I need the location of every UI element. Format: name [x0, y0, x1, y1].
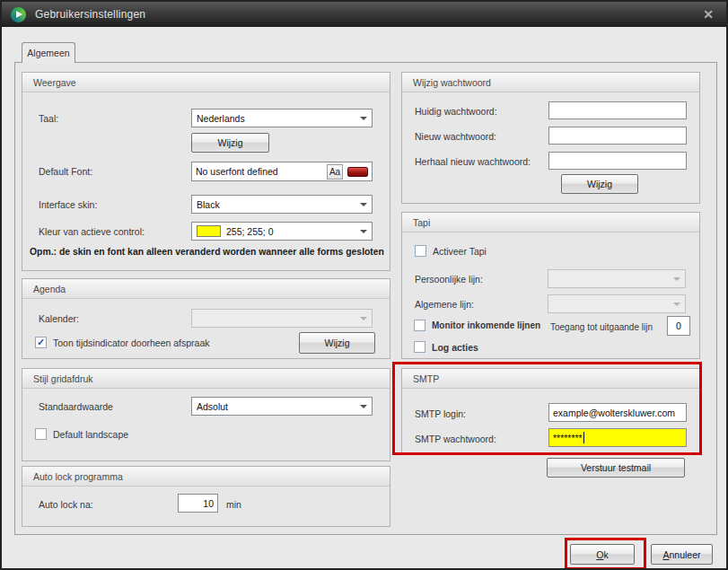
log-acties-label: Log acties: [432, 342, 478, 353]
kleur-actieve-control-label: Kleur van actieve control:: [39, 226, 145, 237]
group-stijl-gridafdruk: Stijl gridafdruk Standaardwaarde Adsolut…: [22, 368, 390, 461]
default-landscape-checkbox[interactable]: [35, 428, 47, 440]
chevron-down-icon: [673, 277, 680, 281]
group-tapi-header: Tapi: [402, 213, 699, 232]
standaardwaarde-label: Standaardwaarde: [39, 401, 113, 412]
ok-button[interactable]: Ok: [570, 544, 635, 565]
text-cursor: [583, 432, 584, 443]
herhaal-wachtwoord-label: Herhaal nieuw wachtwoord:: [415, 156, 531, 167]
interface-skin-dropdown[interactable]: Black: [191, 195, 373, 214]
persoonlijke-lijn-dropdown: [548, 269, 686, 288]
chevron-down-icon: [360, 230, 367, 233]
group-weergave: Weergave Taal: Nederlands Wijzig Default…: [22, 72, 390, 271]
default-font-field[interactable]: No userfont defined Aa: [191, 162, 373, 181]
annuleer-button-label: Annuleer: [662, 549, 700, 560]
auto-lock-na-label: Auto lock na:: [39, 499, 93, 510]
group-auto-lock-title: Auto lock programma: [33, 471, 123, 482]
group-agenda-title: Agenda: [33, 284, 66, 294]
auto-lock-minutes-input[interactable]: 10: [178, 494, 218, 513]
taal-label: Taal:: [39, 113, 58, 124]
activeer-tapi-checkbox[interactable]: [415, 245, 426, 257]
smtp-wachtwoord-value: ********: [553, 433, 583, 443]
taal-wijzig-button-label: Wijzig: [218, 137, 243, 148]
verstuur-testmail-button[interactable]: Verstuur testmail: [547, 458, 685, 478]
smtp-wachtwoord-input[interactable]: ********: [548, 428, 687, 447]
chevron-down-icon: [673, 303, 680, 306]
monitor-lijnen-row: Monitor inkomende lijnen: [414, 320, 540, 331]
agenda-wijzig-button[interactable]: Wijzig: [299, 332, 375, 354]
log-acties-row: Log acties: [414, 341, 478, 353]
standaardwaarde-dropdown[interactable]: Adsolut: [191, 397, 373, 416]
interface-skin-label: Interface skin:: [39, 199, 97, 210]
default-font-value: No userfont defined: [196, 166, 327, 177]
group-weergave-header: Weergave: [22, 73, 390, 92]
tijdsindicator-checkbox[interactable]: [35, 337, 47, 348]
nieuw-wachtwoord-input[interactable]: [548, 127, 687, 145]
taal-wijzig-button[interactable]: Wijzig: [191, 133, 269, 153]
font-clear-icon[interactable]: [347, 167, 368, 177]
group-agenda: Agenda Kalender: Toon tijdsindicator doo…: [22, 278, 390, 359]
group-stijl-header: Stijl gridafdruk: [22, 369, 390, 389]
interface-skin-value: Black: [197, 199, 356, 210]
smtp-login-label: SMTP login:: [415, 408, 466, 419]
group-agenda-header: Agenda: [22, 279, 390, 299]
font-picker-button[interactable]: Aa: [327, 164, 343, 180]
ok-button-label: Ok: [596, 549, 608, 560]
title-bar: Gebruikersinstellingen ✕: [2, 2, 726, 27]
wachtwoord-wijzig-button[interactable]: Wijzig: [561, 174, 638, 194]
chevron-down-icon: [360, 117, 367, 120]
close-icon[interactable]: ✕: [699, 7, 717, 22]
group-tapi-title: Tapi: [413, 217, 430, 228]
activeer-tapi-row: Activeer Tapi: [415, 245, 487, 257]
taal-dropdown[interactable]: Nederlands: [191, 109, 373, 127]
app-logo-icon: [11, 7, 26, 22]
group-smtp-header: SMTP: [402, 369, 699, 389]
smtp-login-input[interactable]: example@wolterskluwer.com: [548, 403, 687, 422]
tijdsindicator-row: Toon tijdsindicator doorheen afspraak: [35, 337, 210, 348]
kleur-actieve-control-value: 255; 255; 0: [226, 226, 356, 237]
group-weergave-title: Weergave: [33, 77, 76, 88]
group-auto-lock-header: Auto lock programma: [22, 467, 390, 487]
tab-algemeen-label: Algemeen: [27, 48, 69, 58]
group-auto-lock: Auto lock programma Auto lock na: 10 min: [22, 466, 390, 527]
algemene-lijn-label: Algemene lijn:: [415, 299, 474, 310]
color-swatch: [197, 225, 221, 237]
tijdsindicator-label: Toon tijdsindicator doorheen afspraak: [53, 338, 210, 348]
auto-lock-minutes-value: 10: [203, 498, 214, 509]
window-title: Gebruikersinstellingen: [35, 8, 145, 21]
nieuw-wachtwoord-label: Nieuw wachtwoord:: [415, 131, 496, 142]
annuleer-button[interactable]: Annuleer: [651, 544, 713, 565]
kleur-actieve-control-dropdown[interactable]: 255; 255; 0: [191, 222, 373, 241]
group-smtp: SMTP SMTP login: example@wolterskluwer.c…: [401, 368, 700, 455]
toegang-uitgaande-input[interactable]: 0: [667, 316, 690, 336]
standaardwaarde-value: Adsolut: [197, 401, 356, 412]
group-wachtwoord-header: Wijzig wachtwoord: [402, 73, 699, 92]
verstuur-testmail-button-label: Verstuur testmail: [581, 462, 651, 473]
log-acties-checkbox[interactable]: [414, 341, 425, 353]
taal-dropdown-value: Nederlands: [197, 113, 356, 124]
huidig-wachtwoord-input[interactable]: [548, 101, 687, 119]
gebruikersinstellingen-dialog: Gebruikersinstellingen ✕ Algemeen Weerga…: [0, 0, 728, 570]
tab-algemeen[interactable]: Algemeen: [22, 42, 75, 63]
group-tapi: Tapi Activeer Tapi Persoonlijke lijn: Al…: [401, 212, 700, 359]
activeer-tapi-label: Activeer Tapi: [433, 246, 487, 257]
kalender-label: Kalender:: [39, 313, 79, 324]
group-stijl-title: Stijl gridafdruk: [33, 373, 93, 384]
default-landscape-label: Default landscape: [53, 429, 128, 440]
monitor-lijnen-checkbox[interactable]: [414, 320, 425, 331]
toegang-uitgaande-value: 0: [676, 320, 681, 331]
chevron-down-icon: [360, 317, 367, 320]
auto-lock-unit-label: min: [226, 499, 241, 510]
toegang-uitgaande-label: Toegang tot uitgaande lijn: [550, 322, 653, 332]
agenda-wijzig-button-label: Wijzig: [325, 338, 350, 348]
kalender-dropdown: [191, 309, 373, 328]
chevron-down-icon: [360, 203, 367, 206]
group-wijzig-wachtwoord: Wijzig wachtwoord Huidig wachtwoord: Nie…: [401, 72, 700, 204]
wachtwoord-wijzig-button-label: Wijzig: [587, 179, 612, 189]
herhaal-wachtwoord-input[interactable]: [548, 152, 687, 170]
group-wachtwoord-title: Wijzig wachtwoord: [413, 77, 491, 88]
persoonlijke-lijn-label: Persoonlijke lijn:: [415, 274, 483, 285]
chevron-down-icon: [360, 405, 367, 408]
default-landscape-row: Default landscape: [35, 428, 128, 440]
huidig-wachtwoord-label: Huidig wachtwoord:: [415, 106, 497, 117]
